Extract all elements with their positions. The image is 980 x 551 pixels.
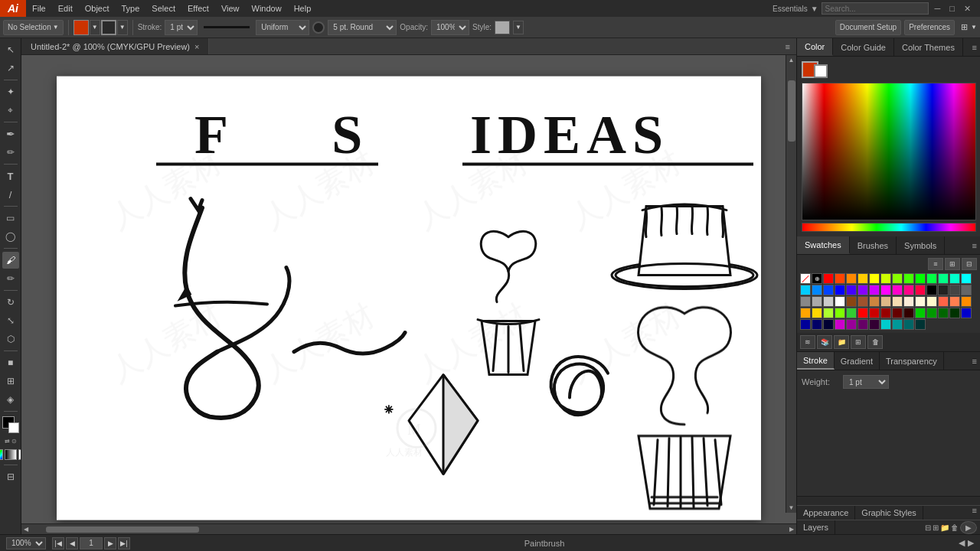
swatch-item[interactable] — [869, 285, 880, 295]
swatch-item[interactable] — [858, 296, 868, 307]
swatch-item[interactable] — [835, 296, 845, 307]
swatch-item[interactable] — [812, 319, 822, 330]
swap-colors-btn[interactable]: ⇄ — [5, 438, 10, 445]
swatch-item[interactable] — [800, 296, 811, 307]
tab-panel-toggle[interactable]: ≡ — [779, 42, 796, 51]
swatch-item[interactable] — [846, 319, 857, 330]
background-color[interactable] — [8, 422, 19, 433]
swatch-item[interactable] — [880, 296, 891, 307]
swatch-item[interactable] — [915, 273, 926, 284]
swatch-item[interactable] — [926, 308, 937, 318]
swatch-item[interactable] — [823, 285, 834, 295]
tab-stroke[interactable]: Stroke — [797, 352, 835, 370]
menu-select[interactable]: Select — [145, 0, 181, 17]
swatch-item[interactable] — [823, 308, 834, 318]
swatch-none[interactable] — [800, 273, 811, 284]
workspace-dropdown-icon[interactable]: ▼ — [811, 5, 818, 13]
opacity-select[interactable]: 100%75%50% — [431, 20, 469, 35]
swatch-item[interactable] — [880, 285, 891, 295]
tab-close-btn[interactable]: × — [194, 42, 199, 51]
stroke-round-select[interactable]: 5 pt. Round3 pt. Round1 pt. Round — [328, 20, 397, 35]
scroll-thumb[interactable] — [788, 80, 795, 142]
swatch-item[interactable] — [915, 285, 926, 295]
stroke-color-dropdown[interactable]: ▼ — [90, 20, 100, 35]
swatch-item[interactable] — [800, 308, 811, 318]
swatch-item[interactable] — [858, 308, 868, 318]
paintbrush-btn[interactable]: 🖌 — [2, 252, 19, 269]
swatch-item[interactable] — [961, 273, 972, 284]
page-input[interactable] — [80, 537, 103, 549]
default-colors-btn[interactable]: ⊙ — [11, 438, 17, 445]
menu-view[interactable]: View — [215, 0, 246, 17]
swatch-item[interactable] — [915, 296, 926, 307]
fill-color-btn[interactable] — [74, 20, 89, 35]
swatch-item[interactable] — [892, 296, 903, 307]
window-restore-btn[interactable]: □ — [946, 4, 958, 13]
document-tab[interactable]: Untitled-2* @ 100% (CMYK/GPU Preview) × — [21, 38, 209, 54]
stroke-swatch[interactable] — [814, 64, 828, 78]
swatch-grid-view-btn[interactable]: ⊞ — [945, 258, 960, 270]
artboard-nav-right[interactable]: ▶ — [968, 538, 974, 548]
swatch-item[interactable] — [961, 296, 972, 307]
gradient-mode-btn[interactable] — [5, 449, 17, 460]
swatch-item[interactable] — [938, 308, 949, 318]
new-color-group-btn[interactable]: 📁 — [834, 335, 849, 349]
first-page-btn[interactable]: |◀ — [52, 537, 64, 549]
artboard-nav-left[interactable]: ◀ — [959, 538, 965, 548]
swatch-item[interactable] — [800, 319, 811, 330]
swatch-item[interactable] — [926, 285, 937, 295]
swatch-item[interactable] — [869, 273, 880, 284]
swatch-item[interactable] — [892, 273, 903, 284]
gradient-btn[interactable]: ■ — [2, 354, 19, 371]
show-swatch-kinds-btn[interactable]: ≋ — [800, 335, 815, 349]
stroke-uniform-select[interactable]: UniformWidth Profile 1 — [256, 20, 309, 35]
screen-mode-btn[interactable]: ⊟ — [2, 468, 19, 485]
tab-layers[interactable]: Layers — [797, 520, 835, 534]
line-tool-btn[interactable]: / — [2, 186, 19, 203]
swatch-item[interactable] — [835, 319, 845, 330]
menu-effect[interactable]: Effect — [181, 0, 215, 17]
layers-btn-4[interactable]: 🗑 — [951, 523, 959, 532]
swatch-item[interactable] — [903, 273, 914, 284]
arrange-icon[interactable]: ⊞ — [961, 22, 968, 32]
swatch-item[interactable] — [961, 308, 972, 318]
swatch-item[interactable] — [915, 319, 926, 330]
swatch-item[interactable] — [880, 308, 891, 318]
swatch-item[interactable] — [892, 308, 903, 318]
last-page-btn[interactable]: ▶| — [118, 537, 130, 549]
layers-btn-1[interactable]: ⊟ — [925, 523, 931, 532]
h-scroll-thumb[interactable] — [46, 527, 199, 533]
lasso-btn[interactable]: ⌖ — [2, 102, 19, 119]
layers-btn-3[interactable]: 📁 — [940, 523, 949, 532]
hue-bar[interactable] — [802, 223, 976, 232]
rect-tool-btn[interactable]: ▭ — [2, 210, 19, 227]
swatch-item[interactable] — [812, 296, 822, 307]
swatch-item[interactable] — [869, 308, 880, 318]
type-tool-btn[interactable]: T — [2, 168, 19, 184]
swatch-list-view-btn[interactable]: ≡ — [928, 258, 943, 270]
color-spectrum[interactable] — [802, 83, 976, 220]
swatch-item[interactable] — [903, 285, 914, 295]
scroll-down-btn[interactable]: ▼ — [787, 503, 796, 513]
swatch-item[interactable] — [858, 319, 868, 330]
rotate-btn[interactable]: ↻ — [2, 294, 19, 311]
tab-swatches[interactable]: Swatches — [797, 236, 850, 254]
menu-object[interactable]: Object — [79, 0, 116, 17]
swatch-item[interactable] — [949, 285, 960, 295]
arrange-dropdown-icon[interactable]: ▼ — [971, 24, 977, 31]
swatch-item[interactable] — [938, 296, 949, 307]
ellipse-tool-btn[interactable]: ◯ — [2, 228, 19, 245]
swatch-registration[interactable]: ⊕ — [812, 273, 822, 284]
mesh-btn[interactable]: ⊞ — [2, 373, 19, 390]
stroke-cap-btn[interactable] — [312, 21, 325, 34]
canvas-scroll[interactable]: 人人素材 人人素材 人人素材 人人素材 人人素材 人人素材 人人素材 人人素材 … — [21, 55, 796, 523]
second-dropdown[interactable]: ▼ — [117, 20, 128, 35]
swatch-item[interactable] — [823, 273, 834, 284]
tab-transparency[interactable]: Transparency — [880, 352, 944, 370]
tab-brushes[interactable]: Brushes — [850, 236, 897, 254]
swatch-item[interactable] — [961, 285, 972, 295]
swatch-item[interactable] — [846, 296, 857, 307]
swatch-item[interactable] — [823, 296, 834, 307]
swatch-item[interactable] — [949, 273, 960, 284]
window-close-btn[interactable]: ✕ — [961, 4, 974, 14]
